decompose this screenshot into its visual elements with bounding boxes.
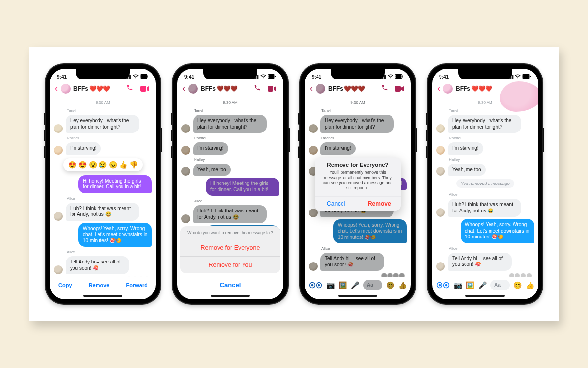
chat-timeline[interactable]: 9:30 AM Tanvi Hey everybody - what's the… bbox=[50, 97, 156, 277]
battery-icon bbox=[522, 74, 531, 79]
chat-title[interactable]: BFFs ❤️❤️❤️ bbox=[74, 85, 110, 92]
video-icon[interactable] bbox=[393, 86, 406, 92]
video-icon[interactable] bbox=[266, 86, 278, 92]
message-row[interactable]: I'm starving! bbox=[436, 142, 534, 155]
chat-avatar[interactable] bbox=[316, 84, 325, 94]
call-icon[interactable] bbox=[379, 84, 390, 93]
message-bubble[interactable]: Hey everybody - what's the plan for dinn… bbox=[66, 115, 139, 133]
mic-icon[interactable]: 🎤 bbox=[351, 281, 359, 289]
home-indicator[interactable] bbox=[177, 292, 283, 299]
home-indicator[interactable] bbox=[50, 292, 156, 299]
sheet-caption: Who do you want to remove this message f… bbox=[180, 226, 280, 239]
svg-rect-11 bbox=[395, 86, 401, 92]
back-chevron-icon[interactable]: ‹ bbox=[437, 83, 440, 94]
back-chevron-icon[interactable]: ‹ bbox=[182, 83, 185, 94]
copy-button[interactable]: Copy bbox=[58, 282, 72, 288]
message-action-toolbar: Copy Remove Forward bbox=[50, 277, 156, 292]
message-row[interactable]: Yeah, me too bbox=[436, 164, 534, 176]
video-icon[interactable] bbox=[138, 86, 151, 92]
message-row[interactable]: Whoops! Yeah, sorry. Wrong chat. Let's m… bbox=[54, 223, 152, 247]
reaction-emojis[interactable]: 😍 😍 😮 😢 😠 👍 👎 bbox=[68, 161, 138, 169]
message-bubble[interactable]: I'm starving! bbox=[66, 142, 101, 155]
message-bubble: I'm starving! bbox=[320, 142, 356, 155]
message-bubble[interactable]: Tell Andy hi -- see all of you soon! 🍣 bbox=[448, 253, 512, 271]
wifi-icon bbox=[260, 74, 266, 79]
message-bubble[interactable]: Tell Andy hi -- see all of you soon! 🍣 bbox=[66, 256, 129, 274]
message-bubble[interactable]: I'm starving! bbox=[448, 142, 483, 155]
sheet-cancel-button[interactable]: Cancel bbox=[180, 276, 280, 293]
message-row[interactable]: Tell Andy hi -- see all of you soon! 🍣 bbox=[436, 253, 534, 271]
screen-3: 9:41 ▮▮▮▮ ‹ BFFs❤️❤️❤️ 9:30 AM Tanvi Hey… bbox=[305, 69, 411, 299]
message-bubble[interactable]: Yeah, me too bbox=[448, 164, 486, 176]
message-row[interactable]: Hey everybody - what's the plan for dinn… bbox=[54, 115, 152, 133]
mic-icon[interactable]: 🎤 bbox=[478, 281, 487, 289]
emoji-icon[interactable]: 😊 bbox=[386, 281, 394, 289]
reaction-bar[interactable]: 😍 😍 😮 😢 😠 👍 👎 bbox=[63, 158, 143, 171]
message-bubble-selected[interactable]: Hi honey! Meeting the girls for dinner. … bbox=[78, 175, 152, 193]
apps-icon[interactable]: ⦿⦿ bbox=[436, 281, 450, 289]
like-icon[interactable]: 👍 bbox=[526, 281, 534, 289]
chat-title-hearts: ❤️❤️❤️ bbox=[89, 85, 110, 92]
message-bubble: Hey everybody - what's the plan for dinn… bbox=[193, 115, 267, 133]
svg-rect-6 bbox=[275, 76, 276, 77]
composer-input[interactable]: Aa bbox=[363, 280, 382, 290]
status-time: 9:41 bbox=[184, 74, 194, 79]
svg-rect-7 bbox=[268, 86, 273, 92]
message-row: Yeah, me too bbox=[181, 164, 279, 176]
chat-timeline[interactable]: 9:30 AM Tanvi Hey everybody - what's the… bbox=[432, 97, 538, 277]
alert-cancel-button[interactable]: Cancel bbox=[315, 196, 358, 211]
wifi-icon bbox=[515, 74, 521, 79]
camera-icon[interactable]: 📷 bbox=[454, 281, 462, 289]
message-row[interactable]: Huh? I think that was meant for Andy, no… bbox=[436, 199, 534, 217]
battery-icon bbox=[395, 74, 404, 79]
message-row[interactable]: Hey everybody - what's the plan for dinn… bbox=[436, 115, 534, 133]
chat-header: ‹ BFFs❤️❤️❤️ bbox=[305, 82, 411, 97]
message-row[interactable]: Huh? I think that was meant for Andy, no… bbox=[54, 203, 152, 221]
gallery-icon[interactable]: 🖼️ bbox=[339, 281, 347, 289]
svg-rect-2 bbox=[148, 76, 149, 77]
back-chevron-icon[interactable]: ‹ bbox=[55, 83, 58, 94]
battery-icon bbox=[268, 74, 276, 79]
message-row[interactable]: Hi honey! Meeting the girls for dinner. … bbox=[54, 175, 152, 193]
home-indicator[interactable] bbox=[432, 292, 538, 299]
home-indicator[interactable] bbox=[305, 292, 411, 299]
sender-label: Rachel bbox=[194, 136, 279, 140]
message-bubble[interactable]: Hey everybody - what's the plan for dinn… bbox=[448, 115, 521, 133]
sender-label: Hailey bbox=[194, 158, 279, 162]
message-bubble[interactable]: Huh? I think that was meant for Andy, no… bbox=[66, 203, 139, 221]
chat-title-text: BFFs bbox=[74, 85, 88, 92]
svg-rect-9 bbox=[396, 75, 402, 78]
call-icon[interactable] bbox=[124, 84, 135, 93]
remove-for-everyone-button[interactable]: Remove for Everyone bbox=[180, 239, 280, 257]
chat-avatar[interactable] bbox=[188, 84, 198, 94]
call-icon[interactable] bbox=[252, 84, 263, 93]
chat-avatar[interactable] bbox=[443, 84, 453, 94]
message-bubble: I'm starving! bbox=[193, 142, 228, 155]
message-row[interactable]: Tell Andy hi -- see all of you soon! 🍣 bbox=[54, 256, 152, 274]
message-bubble[interactable]: Huh? I think that was meant for Andy, no… bbox=[448, 199, 521, 217]
composer-input[interactable]: Aa bbox=[490, 280, 510, 290]
camera-icon[interactable]: 📷 bbox=[326, 281, 335, 289]
wifi-icon bbox=[133, 74, 139, 79]
sender-label: Alice bbox=[67, 250, 152, 254]
chat-avatar[interactable] bbox=[61, 84, 71, 94]
sender-avatar bbox=[54, 124, 63, 133]
apps-icon[interactable]: ⦿⦿ bbox=[309, 281, 322, 289]
wifi-icon bbox=[388, 74, 393, 79]
message-row[interactable]: Whoops! Yeah, sorry. Wrong chat. Let's m… bbox=[436, 219, 534, 243]
chat-title[interactable]: BFFs ❤️❤️❤️ bbox=[201, 85, 237, 92]
message-bubble: Hey everybody - what's the plan for dinn… bbox=[320, 115, 394, 133]
battery-icon bbox=[140, 74, 149, 79]
message-bubble[interactable]: Whoops! Yeah, sorry. Wrong chat. Let's m… bbox=[78, 223, 152, 247]
chat-header: ‹ BFFs ❤️❤️❤️ bbox=[50, 82, 156, 97]
remove-for-you-button[interactable]: Remove for You bbox=[180, 257, 280, 273]
emoji-icon[interactable]: 😊 bbox=[514, 281, 522, 289]
message-bubble[interactable]: Whoops! Yeah, sorry. Wrong chat. Let's m… bbox=[461, 219, 534, 243]
alert-remove-button[interactable]: Remove bbox=[358, 196, 401, 211]
like-icon[interactable]: 👍 bbox=[398, 281, 407, 289]
remove-button[interactable]: Remove bbox=[89, 282, 110, 288]
gallery-icon[interactable]: 🖼️ bbox=[466, 281, 474, 289]
back-chevron-icon[interactable]: ‹ bbox=[310, 83, 313, 94]
forward-button[interactable]: Forward bbox=[126, 282, 147, 288]
message-row[interactable]: I'm starving! bbox=[54, 142, 152, 155]
